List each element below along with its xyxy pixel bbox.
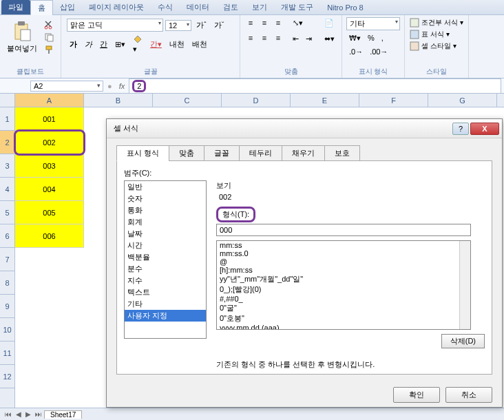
cell-a2[interactable]: 002 bbox=[15, 131, 84, 154]
row-header-5[interactable]: 5 bbox=[0, 201, 14, 224]
cat-date[interactable]: 날짜 bbox=[125, 228, 206, 240]
format-list[interactable]: mm:ss mm:ss.0 @ [h]:mm:ss yy"년"_mm"개월"_d… bbox=[216, 240, 471, 330]
sheet-nav-last-icon[interactable]: ⏭ bbox=[33, 410, 44, 418]
cell-a1[interactable]: 001 bbox=[15, 107, 84, 131]
row-header-11[interactable]: 11 bbox=[0, 342, 14, 365]
col-header-d[interactable]: D bbox=[222, 94, 291, 107]
conditional-format-button[interactable]: 조건부 서식 ▾ bbox=[409, 17, 464, 28]
orientation-button[interactable]: ⤡▾ bbox=[290, 17, 315, 29]
cell-a3[interactable]: 003 bbox=[15, 154, 84, 178]
decrease-font-icon[interactable]: 가ˇ bbox=[211, 19, 227, 32]
fmt-item[interactable]: yy"년"_mm"개월"_dd"일" bbox=[217, 274, 470, 284]
border-button[interactable]: ⊞▾ bbox=[112, 39, 128, 50]
dlg-tab-font[interactable]: 글꼴 bbox=[204, 145, 240, 161]
cell-a4[interactable]: 004 bbox=[15, 178, 84, 201]
align-middle-icon[interactable]: ≡ bbox=[258, 17, 271, 28]
tab-data[interactable]: 데이터 bbox=[180, 0, 216, 14]
tab-pagelayout[interactable]: 페이지 레이아웃 bbox=[82, 0, 151, 14]
bold-button[interactable]: 가 bbox=[67, 38, 80, 51]
font-color-button[interactable]: 간▾ bbox=[147, 38, 165, 51]
fmt-item[interactable]: 0"굴" bbox=[217, 303, 470, 313]
cat-scientific[interactable]: 지수 bbox=[125, 275, 206, 286]
increase-font-icon[interactable]: 가ˆ bbox=[193, 19, 209, 32]
dlg-tab-fill[interactable]: 채우기 bbox=[282, 145, 325, 161]
percent-button[interactable]: % bbox=[365, 32, 377, 44]
format-input[interactable]: 000 bbox=[216, 224, 471, 236]
cat-custom[interactable]: 사용자 지정 bbox=[125, 310, 206, 322]
tab-review[interactable]: 검토 bbox=[216, 0, 245, 14]
align-left-icon[interactable]: ≡ bbox=[244, 32, 257, 43]
fx-icon[interactable]: fx bbox=[115, 82, 129, 90]
hanja-button[interactable]: 내천 bbox=[167, 38, 187, 51]
tab-view[interactable]: 보기 bbox=[245, 0, 274, 14]
cat-currency[interactable]: 통화 bbox=[125, 204, 206, 216]
row-header-2[interactable]: 2 bbox=[0, 131, 14, 154]
fmt-item[interactable]: 0"호봉" bbox=[217, 313, 470, 324]
delete-button[interactable]: 삭제(D) bbox=[441, 334, 485, 348]
fmt-item[interactable]: #,##0_ bbox=[217, 295, 470, 303]
tab-nitro[interactable]: Nitro Pro 8 bbox=[320, 1, 370, 14]
col-header-e[interactable]: E bbox=[291, 94, 359, 107]
copy-icon[interactable] bbox=[44, 32, 55, 42]
sheet-nav-next-icon[interactable]: ▶ bbox=[23, 410, 33, 418]
row-header-10[interactable]: 10 bbox=[0, 318, 14, 342]
dlg-tab-number[interactable]: 표시 형식 bbox=[116, 145, 169, 161]
dialog-close-button[interactable]: X bbox=[470, 123, 499, 135]
increase-indent-icon[interactable]: ⇥ bbox=[303, 33, 315, 45]
col-header-g[interactable]: G bbox=[428, 94, 497, 107]
row-header-7[interactable]: 7 bbox=[0, 248, 14, 271]
col-header-c[interactable]: C bbox=[153, 94, 222, 107]
dlg-tab-align[interactable]: 맞춤 bbox=[169, 145, 204, 161]
ok-button[interactable]: 확인 bbox=[393, 387, 440, 403]
wrap-text-button[interactable]: 📄 bbox=[322, 17, 337, 29]
tab-insert[interactable]: 삽입 bbox=[53, 0, 82, 14]
tab-developer[interactable]: 개발 도구 bbox=[274, 0, 320, 14]
sheet-nav-prev-icon[interactable]: ◀ bbox=[14, 410, 23, 418]
dlg-tab-border[interactable]: 테두리 bbox=[239, 145, 282, 161]
fmt-item[interactable]: @ bbox=[217, 258, 470, 266]
font-name-dropdown[interactable]: 맑은 고딕 bbox=[67, 19, 163, 32]
tab-formulas[interactable]: 수식 bbox=[151, 0, 180, 14]
format-list-scrollbar[interactable] bbox=[459, 241, 470, 329]
align-bottom-icon[interactable]: ≡ bbox=[272, 17, 284, 28]
dialog-help-button[interactable]: ? bbox=[452, 123, 469, 135]
cell-a5[interactable]: 005 bbox=[15, 201, 84, 224]
cat-fraction[interactable]: 분수 bbox=[125, 263, 206, 275]
comma-button[interactable]: , bbox=[379, 32, 386, 44]
fx-cancel-icon[interactable]: ● bbox=[105, 82, 115, 90]
sheet-nav-first-icon[interactable]: ⏮ bbox=[3, 410, 14, 418]
cat-special[interactable]: 기타 bbox=[125, 298, 206, 310]
decrease-decimal-icon[interactable]: .00→ bbox=[367, 46, 390, 57]
cancel-button[interactable]: 취소 bbox=[445, 387, 492, 403]
dialog-titlebar[interactable]: 셀 서식 ? X bbox=[107, 119, 502, 138]
row-header-9[interactable]: 9 bbox=[0, 295, 14, 318]
col-header-f[interactable]: F bbox=[359, 94, 428, 107]
number-format-dropdown[interactable]: 기타 bbox=[346, 17, 400, 30]
align-right-icon[interactable]: ≡ bbox=[272, 32, 284, 43]
format-painter-icon[interactable] bbox=[44, 45, 55, 54]
dlg-tab-protect[interactable]: 보호 bbox=[324, 145, 360, 161]
cat-accounting[interactable]: 회계 bbox=[125, 216, 206, 228]
cut-icon[interactable] bbox=[44, 20, 55, 30]
fill-color-button[interactable]: ▾ bbox=[130, 34, 145, 55]
currency-button[interactable]: ₩▾ bbox=[346, 32, 364, 44]
tab-home[interactable]: 홈 bbox=[30, 0, 53, 15]
align-top-icon[interactable]: ≡ bbox=[244, 17, 257, 28]
align-center-icon[interactable]: ≡ bbox=[258, 32, 271, 43]
decrease-indent-icon[interactable]: ⇤ bbox=[290, 33, 302, 45]
category-list[interactable]: 일반 숫자 통화 회계 날짜 시간 백분율 분수 지수 텍스트 기타 사용자 지… bbox=[124, 180, 207, 339]
tab-file[interactable]: 파일 bbox=[1, 0, 30, 14]
row-header-8[interactable]: 8 bbox=[0, 271, 14, 295]
fmt-item[interactable]: 0_);[빨강](0) bbox=[217, 284, 470, 295]
fmt-item[interactable]: [h]:mm:ss bbox=[217, 266, 470, 274]
italic-button[interactable]: 가 bbox=[82, 38, 95, 51]
font-size-dropdown[interactable]: 12 bbox=[165, 20, 191, 31]
table-format-button[interactable]: 표 서식 ▾ bbox=[409, 29, 464, 40]
cat-percent[interactable]: 백분율 bbox=[125, 251, 206, 263]
merge-button[interactable]: ⬌▾ bbox=[322, 33, 337, 45]
cell-a6[interactable]: 006 bbox=[15, 224, 84, 248]
paste-button[interactable]: 붙여넣기 bbox=[4, 17, 40, 65]
row-header-4[interactable]: 4 bbox=[0, 178, 14, 201]
sheet-tab[interactable]: Sheet17 bbox=[44, 410, 82, 419]
cell-style-button[interactable]: 셀 스타일 ▾ bbox=[409, 41, 464, 52]
